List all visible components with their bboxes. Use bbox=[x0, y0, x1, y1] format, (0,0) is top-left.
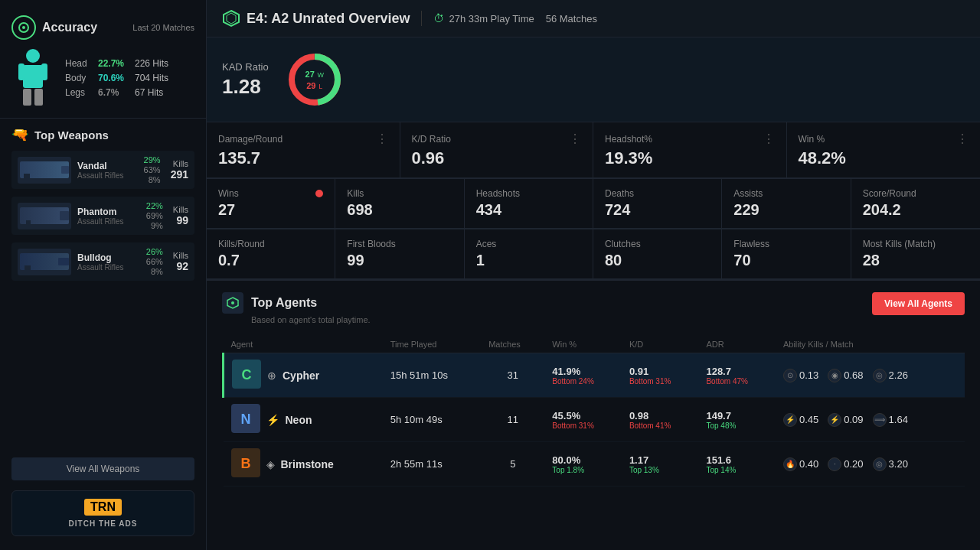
score-round-value: 204.2 bbox=[863, 201, 969, 219]
body-hits: 704 Hits bbox=[135, 73, 168, 83]
sidebar: Accuracy Last 20 Matches Head 22.7% bbox=[0, 0, 207, 550]
col-kd: K/D bbox=[622, 336, 699, 353]
trn-logo: TRN bbox=[84, 499, 122, 516]
head-pct: 22.7% bbox=[98, 58, 129, 69]
aces-label: Aces bbox=[476, 239, 497, 249]
wins-dot bbox=[315, 190, 323, 197]
weapons-section: 🔫 Top Weapons Vandal Assault Rifles 29% … bbox=[0, 119, 206, 454]
view-all-weapons-button[interactable]: View All Weapons bbox=[11, 457, 194, 480]
weapon-pct-col: 26% 66% 8% bbox=[146, 247, 163, 276]
kills-label: Kills bbox=[171, 159, 188, 168]
table-row[interactable]: C ⊕ Cypher 15h 51m 10s 31 41.9% Bottom 2… bbox=[224, 353, 965, 398]
bulldog-image bbox=[18, 249, 71, 275]
playtime-value: 27h 33m Play Time bbox=[449, 13, 534, 24]
stats-row3: Kills/Round 0.7 First Bloods 99 Aces 1 C… bbox=[207, 229, 980, 281]
view-all-agents-button[interactable]: View All Agents bbox=[872, 292, 965, 315]
agent-role-icon: ◈ bbox=[266, 458, 275, 470]
legs-pct: 6.7% bbox=[98, 87, 129, 98]
headshot-more[interactable]: ⋮ bbox=[763, 132, 775, 146]
ability3-icon: ⟹ bbox=[873, 413, 887, 427]
weapon-stats-col: Kills 291 bbox=[171, 159, 188, 181]
clock-icon: ⏱ bbox=[433, 12, 444, 24]
col-adr: ADR bbox=[698, 336, 776, 353]
table-row[interactable]: B ◈ Brimstone 2h 55m 11s 5 80.0% Top 1.8… bbox=[224, 442, 965, 487]
flawless-value: 70 bbox=[733, 252, 838, 269]
kd-ratio-value: 0.96 bbox=[412, 148, 582, 168]
kills-val: 291 bbox=[171, 168, 188, 181]
agents-title-row: Top Agents bbox=[222, 292, 371, 314]
body-label: Body bbox=[65, 73, 92, 83]
adr-cell: 128.7 Bottom 47% bbox=[698, 353, 776, 398]
header-divider bbox=[421, 11, 422, 26]
agent-name: Neon bbox=[286, 414, 312, 426]
ability3-val: 3.20 bbox=[889, 458, 908, 470]
agent-role-icon: ⚡ bbox=[266, 414, 279, 426]
damage-round-value: 135.7 bbox=[218, 148, 388, 168]
agent-avatar: N bbox=[231, 404, 260, 435]
deaths-cell: Deaths 724 bbox=[593, 179, 722, 229]
accuracy-icon bbox=[11, 15, 36, 40]
ability1-val: 0.40 bbox=[799, 458, 818, 470]
ability2-icon: · bbox=[828, 457, 841, 471]
ability3-val: 2.26 bbox=[889, 369, 908, 381]
headshots-cell: Headshots 434 bbox=[465, 179, 593, 229]
flawless-label: Flawless bbox=[733, 239, 769, 249]
kills-val: 99 bbox=[173, 214, 188, 226]
kills-label: Kills bbox=[173, 205, 188, 214]
ability2-icon: ◉ bbox=[828, 369, 841, 382]
agent-role-icon: ⊕ bbox=[267, 369, 276, 382]
deaths-value: 724 bbox=[605, 201, 710, 219]
win-pct-label: Win % bbox=[799, 134, 825, 145]
legs-hits: 67 Hits bbox=[135, 87, 163, 98]
weapon-stats-col: Kills 99 bbox=[173, 205, 188, 226]
wins-value: 27 bbox=[218, 201, 323, 219]
ability3: ◎ 3.20 bbox=[873, 457, 908, 471]
ability3: ◎ 2.26 bbox=[873, 369, 908, 382]
kd-ratio-cell: K/D Ratio ⋮ 0.96 bbox=[400, 122, 594, 178]
kd-more[interactable]: ⋮ bbox=[569, 132, 581, 146]
headshot-label: Headshot% bbox=[605, 134, 652, 145]
weapon-legs-pct: 8% bbox=[149, 175, 161, 184]
weapons-icon: 🔫 bbox=[11, 126, 28, 143]
header-title: E4: A2 Unrated Overview bbox=[247, 11, 410, 27]
matches-stat: 56 Matches bbox=[546, 13, 597, 24]
kills-round-value: 0.7 bbox=[218, 252, 323, 269]
trn-ad: TRN DITCH THE ADS bbox=[11, 490, 194, 536]
table-row[interactable]: N ⚡ Neon 5h 10m 49s 11 45.5% Bottom 31% … bbox=[224, 398, 965, 442]
kd-ratio-label: K/D Ratio bbox=[412, 134, 451, 145]
ability1-icon: 🔥 bbox=[783, 457, 797, 471]
phantom-image bbox=[18, 203, 71, 229]
svg-text:N: N bbox=[240, 412, 250, 427]
ability3: ⟹ 1.64 bbox=[873, 413, 908, 427]
ability-kills-cell: 🔥 0.40 · 0.20 ◎ 3.20 bbox=[776, 442, 965, 487]
agent-name: Brimstone bbox=[281, 458, 334, 470]
game-icon bbox=[222, 9, 240, 28]
body-pct: 70.6% bbox=[98, 73, 129, 83]
kills-round-cell: Kills/Round 0.7 bbox=[207, 229, 335, 279]
win-pct-value: 48.2% bbox=[799, 148, 969, 168]
ability2-val: 0.20 bbox=[844, 458, 863, 470]
donut-wins: 27 W bbox=[305, 68, 324, 80]
svg-text:C: C bbox=[242, 367, 252, 382]
agent-avatar: B bbox=[231, 448, 260, 480]
body-diagram: Head 22.7% 226 Hits Body 70.6% 704 Hits … bbox=[11, 49, 194, 110]
clutches-label: Clutches bbox=[605, 239, 641, 249]
col-win-pct: Win % bbox=[544, 336, 622, 353]
kills-cell: Kills 698 bbox=[335, 179, 464, 229]
first-bloods-cell: First Bloods 99 bbox=[335, 229, 464, 279]
agents-section: Top Agents Based on agent's total playti… bbox=[207, 281, 980, 550]
win-more[interactable]: ⋮ bbox=[956, 132, 969, 146]
col-agent: Agent bbox=[224, 336, 383, 353]
hit-stats: Head 22.7% 226 Hits Body 70.6% 704 Hits … bbox=[65, 58, 194, 102]
damage-more[interactable]: ⋮ bbox=[376, 132, 388, 146]
stats-row1: Damage/Round ⋮ 135.7 K/D Ratio ⋮ 0.96 He… bbox=[207, 122, 980, 179]
weapons-header: 🔫 Top Weapons bbox=[11, 126, 194, 143]
accuracy-header: Accuracy Last 20 Matches bbox=[11, 15, 194, 40]
ability2-icon: ⚡ bbox=[828, 413, 841, 427]
agents-section-icon bbox=[222, 292, 243, 314]
ability2: ◉ 0.68 bbox=[828, 369, 863, 382]
weapon-item: Phantom Assault Rifles 22% 69% 9% Kills … bbox=[11, 197, 194, 235]
weapon-legs-pct: 9% bbox=[151, 221, 163, 230]
kad-label: KAD Ratio bbox=[222, 61, 269, 73]
ability2: ⚡ 0.09 bbox=[828, 413, 863, 427]
